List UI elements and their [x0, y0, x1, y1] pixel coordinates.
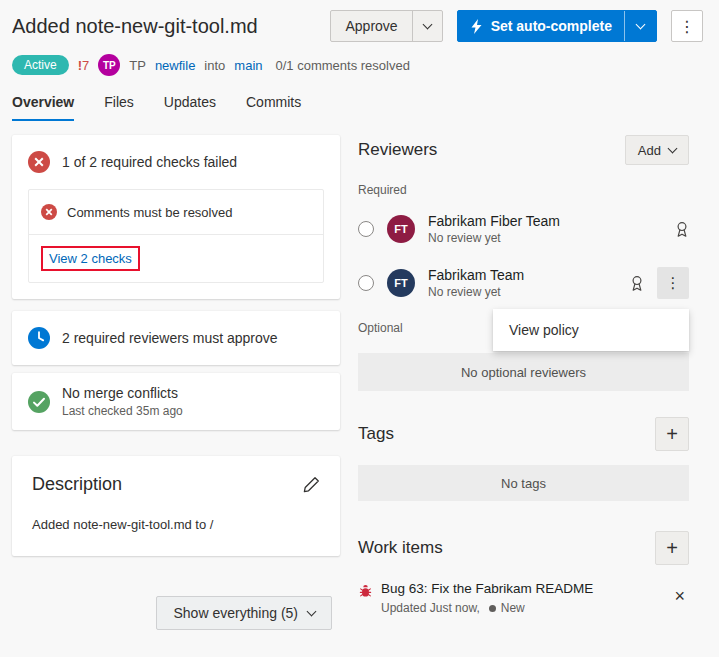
- target-branch-link[interactable]: main: [234, 58, 262, 73]
- reviewers-title: Reviewers: [358, 140, 625, 160]
- status-badge: Active: [12, 55, 69, 75]
- tags-title: Tags: [358, 424, 655, 444]
- reviewer-name: Fabrikam Fiber Team: [428, 213, 662, 229]
- work-item-state-dot: [489, 605, 496, 612]
- work-item-row: Bug 63: Fix the Fabrikam README Updated …: [358, 581, 689, 615]
- waiting-clock-icon: [28, 327, 50, 349]
- remove-work-item-button[interactable]: ×: [670, 587, 689, 605]
- reviewers-required-card: 2 required reviewers must approve: [12, 311, 340, 365]
- page-title: Added note-new-git-tool.md: [12, 15, 330, 38]
- tab-overview[interactable]: Overview: [12, 94, 74, 121]
- plus-icon: +: [666, 537, 678, 560]
- merge-last-checked: Last checked 35m ago: [62, 404, 183, 418]
- bug-icon: [358, 583, 373, 598]
- merge-status-text: No merge conflicts Last checked 35m ago: [62, 385, 183, 418]
- pr-meta-row: Active !7 TP TP newfile into main 0/1 co…: [0, 42, 719, 76]
- auto-complete-icon: [470, 19, 483, 34]
- chevron-down-icon: [668, 144, 678, 154]
- pr-tabs: Overview Files Updates Commits: [0, 76, 719, 121]
- failed-check-icon: [28, 151, 50, 173]
- overview-right-column: Reviewers Add Required FT Fabrikam Fiber…: [358, 135, 689, 615]
- edit-pencil-icon[interactable]: [303, 476, 320, 493]
- description-title: Description: [32, 474, 303, 495]
- annotation-highlight-box: View 2 checks: [41, 246, 140, 271]
- reviewer-radio[interactable]: [358, 221, 374, 237]
- chevron-down-icon: [422, 20, 432, 30]
- work-item-title-link[interactable]: Bug 63: Fix the Fabrikam README: [381, 581, 662, 596]
- auto-complete-label[interactable]: Set auto-complete: [491, 18, 612, 34]
- pr-header: Added note-new-git-tool.md Approve Set a…: [0, 0, 719, 42]
- add-tag-button[interactable]: +: [655, 417, 689, 451]
- pull-request-page: Added note-new-git-tool.md Approve Set a…: [0, 0, 719, 657]
- tab-commits[interactable]: Commits: [246, 94, 301, 121]
- add-reviewer-label: Add: [638, 143, 661, 158]
- reviewer-row-fabrikam-team[interactable]: FT Fabrikam Team No review yet ⋮: [358, 261, 689, 305]
- overview-left-column: 1 of 2 required checks failed Comments m…: [12, 135, 340, 630]
- comments-resolved-status: 0/1 comments resolved: [276, 58, 410, 73]
- pr-content: 1 of 2 required checks failed Comments m…: [0, 121, 719, 630]
- author-name: TP: [129, 58, 146, 73]
- add-reviewer-button[interactable]: Add: [625, 135, 689, 165]
- work-item-subtitle: Updated Just now, New: [381, 601, 662, 615]
- reviewer-info: Fabrikam Fiber Team No review yet: [428, 213, 662, 245]
- approve-button[interactable]: Approve: [330, 10, 442, 42]
- no-tags-bar: No tags: [358, 465, 689, 501]
- set-auto-complete-button[interactable]: Set auto-complete: [457, 10, 657, 42]
- add-work-item-button[interactable]: +: [655, 531, 689, 565]
- work-items-title: Work items: [358, 538, 655, 558]
- required-label: Required: [358, 183, 689, 197]
- work-item-updated: Updated Just now,: [381, 601, 480, 615]
- show-everything-button[interactable]: Show everything (5): [156, 596, 332, 630]
- work-item-main: Bug 63: Fix the Fabrikam README Updated …: [381, 581, 662, 615]
- work-item-state: New: [501, 601, 525, 615]
- more-options-button[interactable]: ⋮: [671, 10, 703, 42]
- reviewer-info: Fabrikam Team No review yet: [428, 267, 617, 299]
- more-icon: ⋮: [679, 17, 695, 36]
- reviewer-more-button[interactable]: ⋮: [657, 267, 689, 299]
- chevron-down-icon: [307, 607, 317, 617]
- checks-summary: 1 of 2 required checks failed: [62, 154, 237, 170]
- comments-check-text: Comments must be resolved: [67, 205, 232, 220]
- reviewer-avatar: FT: [387, 269, 415, 297]
- merge-status-card: No merge conflicts Last checked 35m ago: [12, 373, 340, 430]
- plus-icon: +: [666, 423, 678, 446]
- approve-button-label[interactable]: Approve: [331, 11, 411, 41]
- policy-badge-icon: [630, 275, 644, 292]
- checks-detail-panel: Comments must be resolved View 2 checks: [28, 189, 324, 283]
- tab-updates[interactable]: Updates: [164, 94, 216, 121]
- description-card: Description Added note-new-git-tool.md t…: [12, 456, 340, 556]
- reviewer-status: No review yet: [428, 285, 617, 299]
- no-optional-reviewers-bar: No optional reviewers: [358, 353, 689, 391]
- conflict-indicator: !7: [78, 58, 90, 73]
- policy-badge-icon: [675, 221, 689, 238]
- success-check-icon: [28, 391, 50, 413]
- reviewers-required-text: 2 required reviewers must approve: [62, 330, 278, 346]
- description-body: Added note-new-git-tool.md to /: [32, 517, 320, 532]
- author-avatar: TP: [98, 54, 120, 76]
- view-checks-link[interactable]: View 2 checks: [49, 251, 132, 266]
- reviewers-header: Reviewers Add: [358, 135, 689, 165]
- reviewer-avatar: FT: [387, 215, 415, 243]
- show-everything-label: Show everything (5): [173, 605, 298, 621]
- into-text: into: [204, 58, 225, 73]
- header-actions: Approve Set auto-complete ⋮: [330, 10, 703, 42]
- more-icon: ⋮: [666, 274, 681, 292]
- reviewer-radio[interactable]: [358, 275, 374, 291]
- auto-complete-dropdown-button[interactable]: [624, 11, 656, 41]
- reviewer-context-menu: View policy: [493, 309, 689, 351]
- reviewer-name: Fabrikam Team: [428, 267, 617, 283]
- reviewer-status: No review yet: [428, 231, 662, 245]
- failed-check-small-icon: [41, 204, 57, 220]
- checks-card: 1 of 2 required checks failed Comments m…: [12, 135, 340, 299]
- merge-title: No merge conflicts: [62, 385, 183, 401]
- work-items-header: Work items +: [358, 531, 689, 565]
- tab-files[interactable]: Files: [104, 94, 134, 121]
- tags-header: Tags +: [358, 417, 689, 451]
- approve-dropdown-button[interactable]: [412, 11, 442, 41]
- menu-item-view-policy[interactable]: View policy: [493, 309, 689, 351]
- chevron-down-icon: [636, 20, 646, 30]
- reviewer-row-fabrikam-fiber-team[interactable]: FT Fabrikam Fiber Team No review yet: [358, 207, 689, 251]
- source-branch-link[interactable]: newfile: [155, 58, 195, 73]
